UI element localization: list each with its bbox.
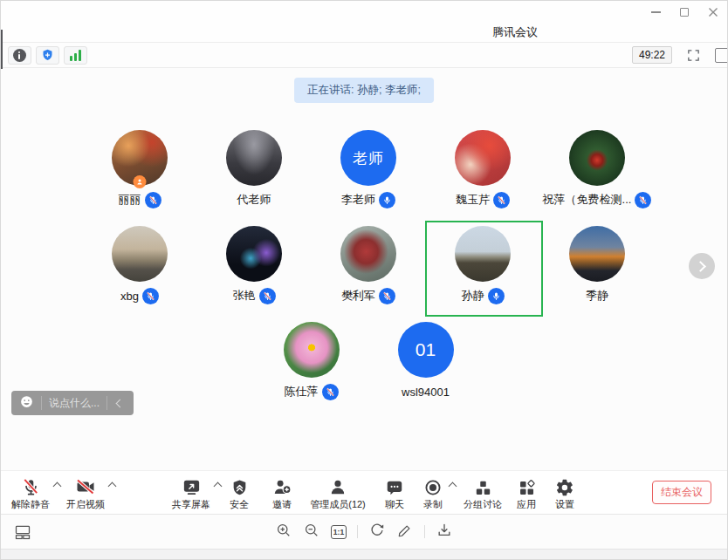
- apps-icon: [518, 476, 536, 497]
- invite-button[interactable]: 邀请: [267, 476, 297, 509]
- manage-members-button[interactable]: 管理成员(12): [304, 476, 372, 509]
- record-options-caret[interactable]: [449, 482, 457, 491]
- participant-name: 丽丽: [119, 192, 141, 208]
- mic-slash-icon: [21, 476, 41, 497]
- avatar: [455, 226, 511, 282]
- breakout-icon: [474, 476, 492, 497]
- participant-tile[interactable]: 魏玉芹: [426, 130, 540, 208]
- avatar-text: 老师: [340, 130, 396, 186]
- avatar-text: 01: [398, 322, 454, 378]
- video-options-caret[interactable]: [108, 482, 117, 491]
- participant-tile[interactable]: 张艳: [197, 226, 312, 304]
- unmute-button[interactable]: 解除静音: [10, 476, 52, 509]
- participant-row: 陈仕萍 01 wsl94001: [5, 322, 728, 400]
- members-icon: [328, 476, 347, 497]
- mic-muted-icon: [142, 288, 159, 304]
- annotation-strip: 1:1: [1, 514, 727, 549]
- member-badge-icon: [134, 175, 147, 188]
- download-icon[interactable]: [436, 522, 453, 543]
- window-footer: [1, 549, 727, 560]
- meeting-window: 腾讯会议 49:22 正在讲话: 孙静; 李老师;: [0, 0, 728, 560]
- avatar: [569, 226, 625, 282]
- quick-chat-input[interactable]: 说点什么...: [11, 391, 134, 415]
- participant-tile[interactable]: xbg: [83, 226, 197, 304]
- participant-name: 魏玉芹: [456, 192, 490, 208]
- participant-tile-speaking[interactable]: 孙静: [426, 226, 540, 304]
- avatar: [284, 322, 340, 378]
- mic-options-caret[interactable]: [53, 482, 62, 491]
- reset-zoom-icon[interactable]: 1:1: [331, 525, 347, 539]
- chat-button[interactable]: 聊天: [381, 476, 409, 509]
- chevron-right-icon: [695, 261, 706, 272]
- divider: [106, 396, 107, 410]
- avatar: 老师: [340, 130, 396, 186]
- meeting-info-toolbar: 49:22: [1, 42, 727, 68]
- left-edge-divider: [1, 30, 3, 69]
- fullscreen-icon[interactable]: [682, 46, 704, 65]
- mic-muted-icon: [379, 288, 395, 304]
- participant-tile[interactable]: 祝萍（免费检测...: [540, 130, 655, 208]
- settings-gear-icon: [555, 476, 574, 497]
- camera-slash-icon: [75, 476, 96, 497]
- participant-tile[interactable]: 丽丽: [83, 130, 197, 208]
- participant-name: 李老师: [341, 192, 375, 208]
- participant-name: 陈仕萍: [285, 384, 319, 400]
- avatar: [112, 130, 168, 186]
- network-signal-icon[interactable]: [64, 46, 87, 65]
- mic-muted-icon: [635, 192, 651, 208]
- participant-name: 季静: [586, 288, 608, 304]
- mic-muted-icon: [493, 192, 510, 208]
- participant-tile[interactable]: 01 wsl94001: [368, 322, 483, 400]
- record-button[interactable]: 录制: [419, 476, 447, 509]
- participant-name: wsl94001: [402, 386, 450, 399]
- avatar: [455, 130, 511, 186]
- layout-grid-icon[interactable]: [13, 523, 32, 541]
- apps-button[interactable]: 应用: [512, 476, 540, 509]
- zoom-out-icon[interactable]: [303, 522, 320, 543]
- side-panel-icon[interactable]: [715, 48, 728, 63]
- participant-name: 代老师: [237, 192, 271, 208]
- divider: [357, 525, 358, 538]
- emoji-icon[interactable]: [19, 394, 34, 413]
- participant-tile[interactable]: 季静: [540, 226, 655, 304]
- mic-muted-icon: [322, 384, 339, 400]
- security-button[interactable]: 安全: [225, 476, 253, 509]
- breakout-rooms-button[interactable]: 分组讨论: [460, 476, 505, 509]
- share-screen-button[interactable]: 共享屏幕: [170, 476, 212, 509]
- share-options-caret[interactable]: [214, 482, 223, 491]
- rotate-icon[interactable]: [368, 522, 386, 543]
- pencil-icon[interactable]: [396, 522, 414, 543]
- minimize-icon[interactable]: [650, 7, 661, 17]
- record-icon: [423, 476, 443, 497]
- mic-muted-icon: [145, 192, 161, 208]
- shield-plus-icon[interactable]: [36, 46, 59, 65]
- participant-tile[interactable]: 樊利军: [312, 226, 426, 304]
- security-shield-icon: [230, 476, 249, 497]
- start-video-button[interactable]: 开启视频: [65, 476, 106, 509]
- mic-active-icon: [488, 288, 505, 304]
- participant-name: 祝萍（免费检测...: [543, 192, 632, 208]
- avatar: [226, 130, 282, 186]
- divider: [41, 396, 42, 410]
- avatar: [340, 226, 396, 282]
- participant-grid-area: 正在讲话: 孙静; 李老师; 丽丽 代老师: [1, 68, 727, 470]
- zoom-in-icon[interactable]: [275, 522, 292, 543]
- participant-name: xbg: [120, 290, 139, 303]
- participant-tile[interactable]: 老师 李老师: [312, 130, 426, 208]
- maximize-icon[interactable]: [679, 7, 690, 17]
- close-icon[interactable]: [708, 7, 718, 17]
- titlebar: 腾讯会议: [1, 1, 727, 42]
- settings-button[interactable]: 设置: [551, 476, 579, 509]
- participant-grid: 丽丽 代老师 老师 李老师 魏玉芹: [1, 130, 727, 418]
- collapse-chat-icon[interactable]: [116, 399, 125, 407]
- participant-row: 丽丽 代老师 老师 李老师 魏玉芹: [5, 130, 728, 208]
- screen-share-icon: [182, 476, 202, 497]
- participant-tile[interactable]: 代老师: [197, 130, 312, 208]
- next-page-button[interactable]: [689, 253, 715, 279]
- end-meeting-button[interactable]: 结束会议: [652, 481, 711, 504]
- chat-placeholder[interactable]: 说点什么...: [49, 396, 100, 411]
- info-icon[interactable]: [8, 46, 31, 65]
- divider: [424, 525, 425, 538]
- speaking-banner: 正在讲话: 孙静; 李老师;: [294, 78, 434, 103]
- participant-tile[interactable]: 陈仕萍: [254, 322, 368, 400]
